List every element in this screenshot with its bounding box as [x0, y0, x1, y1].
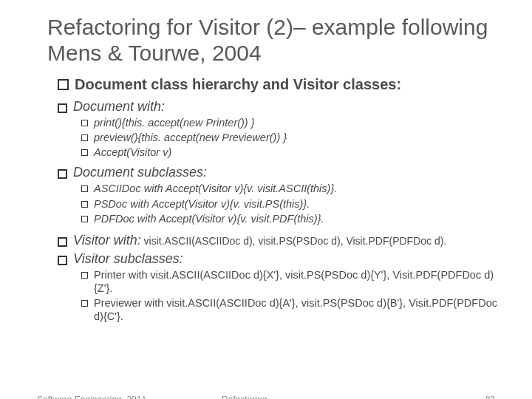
subitem: ASCIIDoc with Accept(Visitor v){v. visit… [81, 182, 502, 195]
footer-left: Software Engineering, 2011 [37, 395, 146, 399]
subitem-text: PDFDoc with Accept(Visitor v){v. visit.P… [94, 212, 502, 225]
slide-title: Refactoring for Visitor (2)– example fol… [47, 15, 502, 66]
subitem: Accept(Visitor v) [81, 146, 502, 159]
item-text: Visitor subclasses: [73, 251, 502, 267]
bullet-box-icon [81, 120, 88, 126]
subitem: preview(){this. accept(new Previewer()) … [81, 131, 502, 144]
subitem: Printer with visit.ASCII(ASCIIDoc d){X'}… [81, 268, 502, 295]
subitem-text: PSDoc with Accept(Visitor v){v. visit.PS… [94, 197, 502, 211]
subitem-text: print(){this. accept(new Printer()) } [94, 116, 502, 129]
item-text: Document with: [73, 99, 502, 115]
bullet-box-icon [81, 272, 88, 279]
bullet-box-icon [58, 103, 67, 113]
subitem-text: Previewer with visit.ASCII(ASCIIDoc d){A… [94, 296, 502, 323]
subitem: PSDoc with Accept(Visitor v){v. visit.PS… [81, 197, 502, 211]
subitem-text: preview(){this. accept(new Previewer()) … [94, 131, 502, 144]
footer-center: Refactoring [222, 395, 267, 399]
bullet-box-icon [58, 237, 67, 247]
item-document-with: Document with: [58, 99, 502, 115]
bullet-box-icon [81, 201, 88, 208]
subitem-text: ASCIIDoc with Accept(Visitor v){v. visit… [94, 182, 502, 195]
bullet-box-icon [81, 216, 88, 222]
bullet-box-icon [58, 79, 69, 90]
subitem: PDFDoc with Accept(Visitor v){v. visit.P… [81, 212, 502, 225]
footer-page-number: 83 [485, 395, 495, 399]
item-visitor-with: Visitor with: visit.ASCII(ASCIIDoc d), v… [58, 233, 502, 248]
bullet-box-icon [81, 185, 88, 192]
subitem: print(){this. accept(new Printer()) } [81, 116, 502, 129]
bullet-box-icon [58, 169, 67, 179]
item-text: Document subclasses: [73, 165, 502, 180]
bullet-box-icon [81, 300, 88, 307]
bullet-box-icon [81, 149, 88, 156]
bullet-box-icon [58, 256, 67, 265]
item-visitor-subclasses: Visitor subclasses: [58, 251, 502, 267]
item-document-subclasses: Document subclasses: [58, 165, 502, 180]
heading-text: Document class hierarchy and Visitor cla… [75, 76, 502, 93]
subitem-text: Printer with visit.ASCII(ASCIIDoc d){X'}… [94, 268, 502, 295]
item-text: Visitor with: visit.ASCII(ASCIIDoc d), v… [73, 233, 502, 248]
bullet-box-icon [81, 134, 88, 141]
subitem: Previewer with visit.ASCII(ASCIIDoc d){A… [81, 296, 502, 323]
subitem-text: Accept(Visitor v) [94, 146, 502, 159]
heading-doc-hierarchy: Document class hierarchy and Visitor cla… [58, 76, 502, 93]
